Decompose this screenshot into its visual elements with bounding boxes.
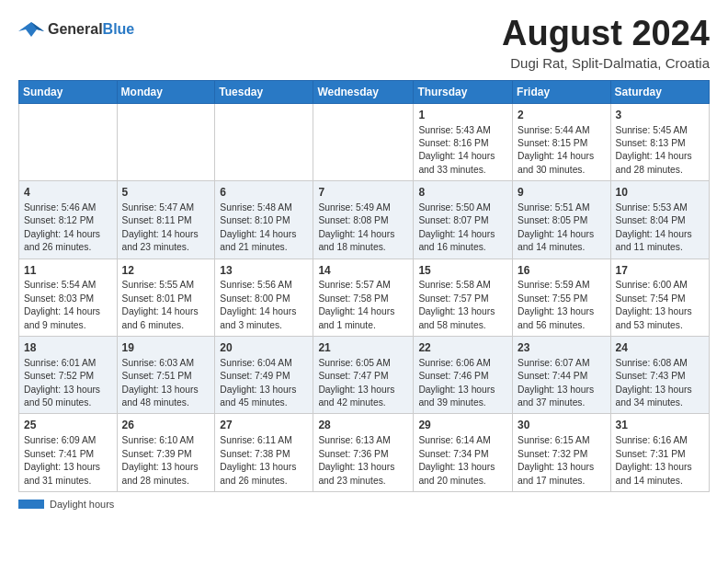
day-info: Daylight: 14 hours and 14 minutes. <box>518 228 605 255</box>
day-number: 1 <box>418 108 507 123</box>
day-info: Daylight: 13 hours and 39 minutes. <box>418 384 507 410</box>
table-row: 6Sunrise: 5:48 AMSunset: 8:10 PMDaylight… <box>215 181 313 259</box>
day-info: Sunset: 8:01 PM <box>122 293 210 305</box>
day-info: Sunrise: 6:10 AM <box>122 434 210 447</box>
day-info: Sunset: 8:12 PM <box>24 214 112 227</box>
day-number: 3 <box>616 108 704 123</box>
calendar-header-row: Sunday Monday Tuesday Wednesday Thursday… <box>19 80 710 103</box>
day-number: 24 <box>616 340 704 356</box>
table-row: 31Sunrise: 6:16 AMSunset: 7:31 PMDayligh… <box>610 414 709 491</box>
day-info: Sunset: 8:00 PM <box>220 293 308 305</box>
day-number: 4 <box>24 185 112 201</box>
day-number: 28 <box>318 418 408 433</box>
day-info: Sunset: 8:05 PM <box>518 214 605 227</box>
table-row: 8Sunrise: 5:50 AMSunset: 8:07 PMDaylight… <box>414 181 513 259</box>
legend-label: Daylight hours <box>50 499 114 510</box>
table-row <box>215 103 313 180</box>
day-info: Daylight: 14 hours and 11 minutes. <box>616 228 704 255</box>
day-info: Daylight: 14 hours and 26 minutes. <box>24 228 112 255</box>
legend: Daylight hours <box>18 499 710 510</box>
day-info: Sunset: 7:52 PM <box>24 370 112 383</box>
day-number: 14 <box>318 263 408 279</box>
day-info: Sunset: 7:38 PM <box>220 448 308 461</box>
day-info: Daylight: 14 hours and 3 minutes. <box>220 305 308 332</box>
day-info: Sunset: 8:10 PM <box>220 214 308 227</box>
day-info: Daylight: 14 hours and 23 minutes. <box>122 228 210 255</box>
day-number: 19 <box>122 340 210 356</box>
table-row: 26Sunrise: 6:10 AMSunset: 7:39 PMDayligh… <box>117 414 215 491</box>
table-row: 5Sunrise: 5:47 AMSunset: 8:11 PMDaylight… <box>117 181 215 259</box>
legend-bar-icon <box>18 500 44 509</box>
day-number: 13 <box>220 263 308 279</box>
table-row: 18Sunrise: 6:01 AMSunset: 7:52 PMDayligh… <box>19 337 118 414</box>
day-info: Sunset: 7:36 PM <box>318 448 408 461</box>
table-row: 1Sunrise: 5:43 AMSunset: 8:16 PMDaylight… <box>414 103 513 180</box>
table-row: 2Sunrise: 5:44 AMSunset: 8:15 PMDaylight… <box>513 103 610 180</box>
day-info: Daylight: 14 hours and 18 minutes. <box>318 228 408 255</box>
col-monday: Monday <box>117 80 215 103</box>
col-saturday: Saturday <box>610 80 709 103</box>
day-info: Daylight: 13 hours and 31 minutes. <box>24 461 112 488</box>
table-row: 10Sunrise: 5:53 AMSunset: 8:04 PMDayligh… <box>610 181 709 259</box>
day-info: Sunrise: 6:06 AM <box>418 357 507 370</box>
day-number: 8 <box>418 185 507 201</box>
day-info: Sunrise: 5:45 AM <box>616 124 704 137</box>
day-info: Sunset: 8:07 PM <box>418 214 507 227</box>
day-number: 31 <box>616 418 704 433</box>
table-row <box>313 103 414 180</box>
logo-icon <box>18 18 44 40</box>
table-row: 24Sunrise: 6:08 AMSunset: 7:43 PMDayligh… <box>610 337 709 414</box>
day-number: 17 <box>616 263 704 279</box>
col-wednesday: Wednesday <box>313 80 414 103</box>
header: GeneralBlue August 2024 Dugi Rat, Split-… <box>18 15 710 71</box>
day-info: Daylight: 13 hours and 37 minutes. <box>518 384 605 410</box>
table-row: 29Sunrise: 6:14 AMSunset: 7:34 PMDayligh… <box>414 414 513 491</box>
day-info: Sunrise: 6:13 AM <box>318 434 408 447</box>
day-number: 9 <box>518 185 605 201</box>
day-number: 25 <box>24 418 112 433</box>
logo-text: GeneralBlue <box>48 21 134 38</box>
day-info: Daylight: 13 hours and 45 minutes. <box>220 384 308 410</box>
table-row: 20Sunrise: 6:04 AMSunset: 7:49 PMDayligh… <box>215 337 313 414</box>
day-info: Daylight: 14 hours and 21 minutes. <box>220 228 308 255</box>
day-info: Sunrise: 6:09 AM <box>24 434 112 447</box>
day-number: 6 <box>220 185 308 201</box>
day-number: 16 <box>518 263 605 279</box>
day-info: Sunset: 8:08 PM <box>318 214 408 227</box>
col-tuesday: Tuesday <box>215 80 313 103</box>
table-row: 27Sunrise: 6:11 AMSunset: 7:38 PMDayligh… <box>215 414 313 491</box>
day-number: 29 <box>418 418 507 433</box>
logo: GeneralBlue <box>18 18 134 40</box>
day-info: Daylight: 14 hours and 33 minutes. <box>418 150 507 177</box>
day-number: 7 <box>318 185 408 201</box>
table-row: 11Sunrise: 5:54 AMSunset: 8:03 PMDayligh… <box>19 259 118 336</box>
day-number: 11 <box>24 263 112 279</box>
calendar-week-row: 18Sunrise: 6:01 AMSunset: 7:52 PMDayligh… <box>19 337 710 414</box>
day-info: Daylight: 13 hours and 34 minutes. <box>616 384 704 410</box>
day-info: Sunset: 7:54 PM <box>616 293 704 305</box>
day-info: Sunrise: 6:00 AM <box>616 279 704 292</box>
table-row: 15Sunrise: 5:58 AMSunset: 7:57 PMDayligh… <box>414 259 513 336</box>
col-friday: Friday <box>513 80 610 103</box>
day-info: Daylight: 14 hours and 30 minutes. <box>518 150 605 177</box>
day-info: Sunset: 7:49 PM <box>220 370 308 383</box>
table-row: 23Sunrise: 6:07 AMSunset: 7:44 PMDayligh… <box>513 337 610 414</box>
day-info: Sunrise: 5:55 AM <box>122 279 210 292</box>
day-info: Sunset: 8:13 PM <box>616 137 704 150</box>
day-number: 15 <box>418 263 507 279</box>
table-row: 21Sunrise: 6:05 AMSunset: 7:47 PMDayligh… <box>313 337 414 414</box>
day-info: Sunset: 8:16 PM <box>418 137 507 150</box>
day-number: 27 <box>220 418 308 433</box>
table-row: 7Sunrise: 5:49 AMSunset: 8:08 PMDaylight… <box>313 181 414 259</box>
day-info: Daylight: 13 hours and 42 minutes. <box>318 384 408 410</box>
day-info: Daylight: 13 hours and 26 minutes. <box>220 461 308 488</box>
day-info: Sunrise: 5:54 AM <box>24 279 112 292</box>
page: GeneralBlue August 2024 Dugi Rat, Split-… <box>0 0 728 563</box>
day-info: Sunset: 7:57 PM <box>418 293 507 305</box>
table-row: 19Sunrise: 6:03 AMSunset: 7:51 PMDayligh… <box>117 337 215 414</box>
day-info: Sunrise: 6:11 AM <box>220 434 308 447</box>
day-info: Daylight: 14 hours and 28 minutes. <box>616 150 704 177</box>
day-info: Sunrise: 6:05 AM <box>318 357 408 370</box>
day-info: Sunset: 7:47 PM <box>318 370 408 383</box>
day-info: Sunrise: 5:58 AM <box>418 279 507 292</box>
